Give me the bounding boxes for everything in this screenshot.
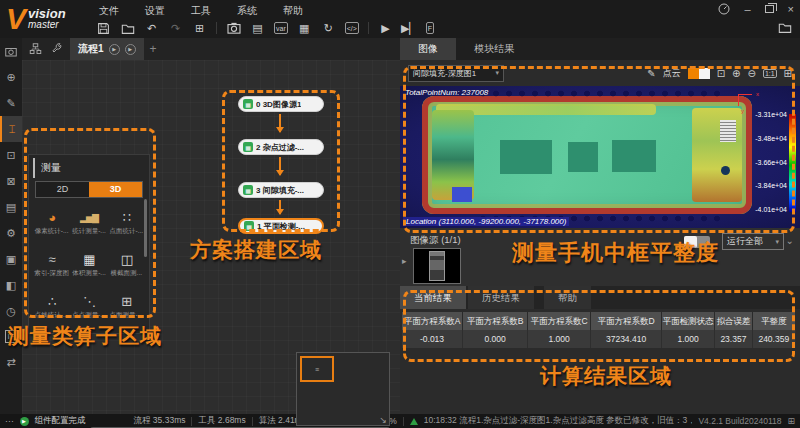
flow-node-image-source[interactable]: ▦ 0 3D图像源1	[238, 96, 324, 112]
operator-point-plane-stats[interactable]: ∷点面统计-...	[108, 202, 145, 244]
log-level-icon	[410, 418, 418, 425]
tab-3d[interactable]: 3D	[89, 182, 142, 197]
recognition-icon[interactable]: ▣	[0, 246, 22, 272]
flow-node-gap-fill[interactable]: ▦ 3 间隙填充-...	[238, 182, 324, 198]
resize-handle-icon[interactable]: ↘	[379, 415, 387, 425]
performance-gauge-icon[interactable]	[718, 3, 730, 15]
status-separator	[252, 417, 253, 426]
new-window-icon[interactable]: ⊞	[192, 21, 207, 36]
image-source-select[interactable]: 间隙填充-深度图1 ▾	[408, 65, 504, 82]
app-logo: V vision master	[6, 2, 101, 36]
calc-icon[interactable]: ▤	[0, 194, 22, 220]
format-icon[interactable]: F	[426, 22, 434, 34]
tab-module-result[interactable]: 模块结果	[456, 38, 532, 60]
heat-chip	[500, 140, 552, 174]
result-panel: 图像 模块结果 间隙填充-深度图1 ▾ ✎ 点云 ⊡ ⊕ ⊖ 1:1 ⊞ Tot…	[400, 38, 800, 414]
pen-icon[interactable]: ✎	[647, 68, 655, 79]
close-icon[interactable]: ×	[788, 3, 794, 15]
tab-flow1[interactable]: 流程1 ▶ ▶	[70, 38, 144, 60]
actual-size-icon[interactable]: 1:1	[763, 69, 777, 78]
save-icon[interactable]	[96, 21, 111, 36]
flow-node-noise-filter[interactable]: ▦ 2 杂点过滤-...	[238, 139, 324, 155]
phone-depthmap-image	[422, 96, 752, 214]
undo-icon[interactable]: ↶	[144, 21, 159, 36]
operator-pixel-stats[interactable]: ◕像素统计-...	[33, 202, 70, 244]
minimize-icon[interactable]: –	[744, 3, 750, 15]
run-continuous-icon[interactable]: ▶▏	[402, 21, 417, 36]
tab-image[interactable]: 图像	[400, 38, 456, 60]
operator-volume-measure[interactable]: ▦体积测量-...	[70, 244, 107, 286]
script-icon[interactable]: </>	[345, 22, 359, 34]
timing-icon[interactable]: ◷	[0, 298, 22, 324]
total-point-num-overlay: TotalPointNum: 237008	[405, 88, 488, 97]
status-log[interactable]: 10:18:32 流程1.杂点过滤-深度图1.杂点过滤高度 参数已修改，旧值：3…	[424, 415, 693, 427]
palette-scrollbar[interactable]	[144, 199, 147, 257]
flow-node-plane-detect[interactable]: ▦ 1 平面检测-...	[238, 218, 324, 234]
orange-swatch[interactable]	[688, 68, 699, 79]
operator-label: 像素统计-...	[35, 227, 69, 236]
minimap-viewport-rect[interactable]: ≡	[300, 356, 334, 382]
export-image-icon[interactable]: ⊞	[784, 68, 792, 79]
tab-2d[interactable]: 2D	[36, 182, 89, 197]
render-color-toggle[interactable]	[688, 68, 710, 79]
collapse-chevron-icon[interactable]: ⌄	[786, 235, 794, 246]
image-source-count-label: 图像源 (1/1)	[410, 234, 461, 247]
wrench-icon[interactable]	[49, 42, 64, 57]
heat-barcode	[720, 120, 736, 142]
communication-icon[interactable]: ⇄	[0, 349, 22, 375]
measure-icon[interactable]: ⌶	[0, 116, 22, 142]
operator-label: 横截面测...	[111, 269, 142, 278]
run-once-icon[interactable]: ▶	[378, 21, 393, 36]
package-icon[interactable]: ▦	[297, 21, 312, 36]
zoom-out-icon[interactable]: ⊖	[747, 68, 755, 79]
run-all-dropdown[interactable]: 运行全部 ▾	[722, 233, 784, 250]
variables-icon[interactable]: var	[274, 22, 288, 34]
locate-icon[interactable]: ⊕	[0, 64, 22, 90]
queue-list-icon[interactable]: ▤	[250, 21, 265, 36]
operator-label: 索引-深度图	[34, 269, 69, 278]
global-refresh-icon[interactable]: ↻	[321, 21, 336, 36]
acquisition-camera-icon[interactable]	[0, 38, 22, 64]
operator-stat-measure[interactable]: ▂▅▇统计测量-...	[70, 202, 107, 244]
open-folder-icon[interactable]	[120, 21, 135, 36]
result-tabs: 当前结果 历史结果 帮助 ⌄	[400, 286, 800, 309]
node-fill-icon: ▦	[243, 185, 253, 195]
image-process-icon[interactable]: ⚙	[0, 220, 22, 246]
fit-view-icon[interactable]: ⊡	[717, 68, 725, 79]
value-flatness: 240.359	[753, 330, 796, 348]
tab-history-result[interactable]: 历史结果	[468, 286, 534, 309]
toolbar-separator	[216, 22, 217, 34]
col-coef-c: 平面方程系数C	[528, 312, 591, 330]
tab-help[interactable]: 帮助	[544, 286, 591, 309]
flow-minimap[interactable]: ≡ ↘	[296, 352, 390, 426]
source-thumbnail[interactable]	[413, 248, 461, 284]
logo-v-icon: V	[6, 4, 26, 34]
result-table-row[interactable]: -0.013 0.000 1.000 37234.410 1.000 23.35…	[402, 330, 796, 348]
redo-icon[interactable]: ↷	[168, 21, 183, 36]
layout-grid-icon[interactable]: ⊞	[787, 416, 795, 426]
restore-icon[interactable]	[765, 5, 774, 13]
color-icon[interactable]: ◧	[0, 272, 22, 298]
operator-cross-section[interactable]: ◫横截面测...	[108, 244, 145, 286]
project-folder-icon[interactable]	[777, 20, 792, 35]
operator-index-depthmap[interactable]: ≈索引-深度图	[33, 244, 70, 286]
depthmap-viewport[interactable]: TotalPointNum: 237008 x y	[400, 86, 800, 228]
annotation-flow-label: 方案搭建区域	[190, 236, 322, 264]
zoom-in-icon[interactable]: ⊕	[732, 68, 740, 79]
white-swatch[interactable]	[699, 68, 710, 79]
image-edit-icon[interactable]: ✎	[0, 90, 22, 116]
box-icon: ▦	[83, 252, 94, 268]
expand-thumbnails-icon[interactable]: ▸	[402, 256, 407, 266]
camera-icon[interactable]	[226, 21, 241, 36]
axis-x-label: x	[756, 91, 759, 97]
hierarchy-icon[interactable]	[28, 42, 43, 57]
run-flow-icon[interactable]: ▶	[109, 44, 120, 55]
scale-tick: -3.48e+04	[755, 135, 787, 142]
step-flow-icon[interactable]: ▶	[125, 44, 136, 55]
add-flow-button[interactable]: +	[150, 42, 157, 56]
tab-current-result[interactable]: 当前结果	[400, 286, 466, 309]
statusbar-more-icon[interactable]: ⋯	[5, 416, 14, 426]
frame-capture-icon[interactable]: ⊡	[0, 142, 22, 168]
transform-icon[interactable]: ⊠	[0, 168, 22, 194]
axis-y-label: y	[741, 108, 744, 114]
